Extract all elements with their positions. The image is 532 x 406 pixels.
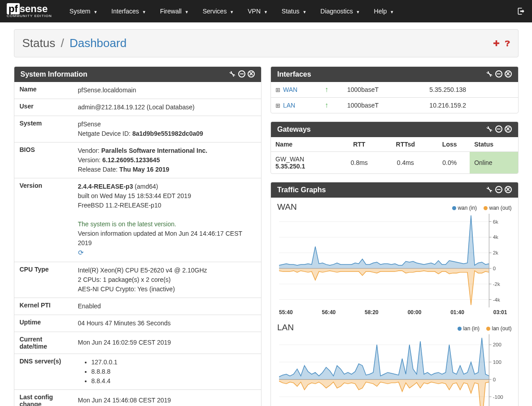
traffic-chart: -200-1000100200	[277, 334, 512, 406]
caret-down-icon: ▼	[302, 10, 306, 14]
svg-text:0: 0	[493, 266, 496, 271]
wrench-icon[interactable]: 🔧︎	[486, 125, 493, 134]
gateway-row: GW_WAN5.35.250.10.8ms0.4ms0.0%Online	[271, 152, 518, 174]
nav-item-help[interactable]: Help ▼	[368, 1, 401, 21]
panel-gateways: Gateways 🔧︎ − × NameRTTRTTsdLossStatusGW…	[270, 121, 519, 174]
caret-down-icon: ▼	[142, 10, 146, 14]
nav-item-vpn[interactable]: VPN ▼	[241, 1, 274, 21]
panel-title: Traffic Graphs	[277, 186, 326, 194]
panel-title: Interfaces	[277, 70, 311, 78]
minimize-icon[interactable]: −	[238, 70, 245, 78]
refresh-icon[interactable]: ⟳	[78, 249, 84, 256]
up-arrow-icon: ↑	[325, 101, 328, 109]
interface-link[interactable]: WAN	[283, 86, 297, 93]
nav-items: System ▼Interfaces ▼Firewall ▼Services ▼…	[63, 1, 517, 21]
x-axis-labels: 55:4056:4058:2000:0001:4003:01	[277, 307, 512, 315]
svg-text:6k: 6k	[493, 219, 498, 225]
svg-text:-4k: -4k	[493, 297, 500, 302]
svg-text:200: 200	[493, 342, 501, 347]
panel-interfaces: Interfaces 🔧︎ − × ⊞WAN ↑ 1000baseT 5.35.…	[270, 66, 519, 113]
panel-title: System Information	[21, 70, 87, 78]
top-navbar: pfsense COMMUNITY EDITION System ▼Interf…	[0, 0, 532, 22]
nav-item-diagnostics[interactable]: Diagnostics ▼	[314, 1, 366, 21]
nav-item-status[interactable]: Status ▼	[275, 1, 313, 21]
network-icon: ⊞	[275, 102, 280, 109]
close-icon[interactable]: ×	[505, 125, 512, 133]
svg-text:0: 0	[493, 377, 496, 382]
caret-down-icon: ▼	[230, 10, 234, 14]
logout-icon[interactable]	[517, 7, 525, 15]
interface-row: ⊞LAN ↑ 1000baseT 10.216.159.2	[271, 98, 518, 113]
traffic-chart: -4k-2k02k4k6k	[277, 214, 512, 307]
up-arrow-icon: ↑	[325, 86, 328, 93]
nav-item-interfaces[interactable]: Interfaces ▼	[105, 1, 152, 21]
minimize-icon[interactable]: −	[495, 186, 502, 193]
wrench-icon[interactable]: 🔧︎	[486, 186, 493, 194]
svg-text:100: 100	[493, 359, 501, 365]
add-widget-icon[interactable]: ✚	[493, 39, 500, 48]
interface-row: ⊞WAN ↑ 1000baseT 5.35.250.138	[271, 82, 518, 98]
nav-item-services[interactable]: Services ▼	[196, 1, 240, 21]
caret-down-icon: ▼	[93, 10, 97, 14]
nav-item-firewall[interactable]: Firewall ▼	[154, 1, 195, 21]
breadcrumb: Status / Dashboard ✚ ❓︎	[14, 29, 519, 57]
svg-text:-2k: -2k	[493, 281, 500, 287]
panel-traffic-graphs: Traffic Graphs 🔧︎ − × WAN wan (in) wan (…	[270, 182, 519, 406]
minimize-icon[interactable]: −	[495, 125, 502, 133]
network-icon: ⊞	[275, 86, 280, 93]
wrench-icon[interactable]: 🔧︎	[486, 70, 493, 78]
graph-title: WAN	[277, 202, 297, 212]
close-icon[interactable]: ×	[505, 186, 512, 193]
graph-title: LAN	[277, 323, 294, 333]
caret-down-icon: ▼	[264, 10, 268, 14]
breadcrumb-main: Status	[22, 36, 56, 50]
panel-title: Gateways	[277, 125, 311, 134]
breadcrumb-sub[interactable]: Dashboard	[70, 36, 126, 50]
panel-system-information: System Information 🔧︎ − × NamepfSense.lo…	[14, 66, 262, 406]
interface-link[interactable]: LAN	[283, 102, 295, 109]
close-icon[interactable]: ×	[505, 70, 512, 78]
help-icon[interactable]: ❓︎	[505, 39, 510, 48]
caret-down-icon: ▼	[356, 10, 360, 14]
traffic-graph-wan: WAN wan (in) wan (out) -4k-2k02k4k6k 55:…	[271, 198, 518, 318]
nav-item-system[interactable]: System ▼	[63, 1, 104, 21]
svg-text:-100: -100	[493, 394, 503, 400]
traffic-graph-lan: LAN lan (in) lan (out) -200-1000100200 5…	[271, 318, 518, 406]
logo[interactable]: pfsense COMMUNITY EDITION	[7, 4, 52, 18]
svg-text:2k: 2k	[493, 250, 498, 255]
caret-down-icon: ▼	[185, 10, 189, 14]
caret-down-icon: ▼	[390, 10, 394, 14]
close-icon[interactable]: ×	[248, 70, 255, 78]
wrench-icon[interactable]: 🔧︎	[229, 70, 236, 78]
svg-text:4k: 4k	[493, 234, 498, 240]
minimize-icon[interactable]: −	[495, 70, 502, 78]
